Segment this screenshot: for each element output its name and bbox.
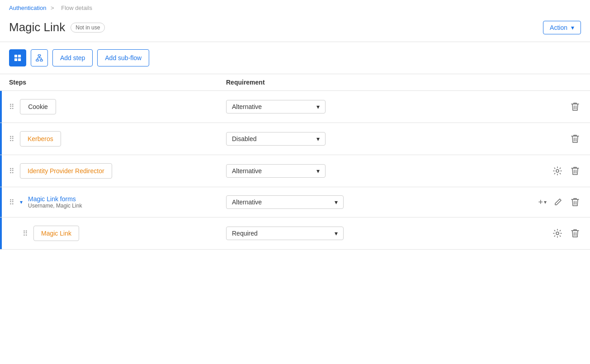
req-value: Required bbox=[232, 230, 258, 237]
req-dropdown-icon: ▾ bbox=[316, 103, 320, 110]
svg-point-20 bbox=[556, 232, 559, 235]
trash-icon bbox=[571, 198, 579, 207]
step-cell: ⠿ Identity Provider Redirector bbox=[9, 163, 226, 179]
settings-button[interactable] bbox=[551, 165, 564, 177]
req-dropdown-icon: ▾ bbox=[335, 199, 338, 206]
req-value: Alternative bbox=[232, 103, 262, 110]
diagram-view-button[interactable] bbox=[31, 49, 48, 66]
col-action bbox=[491, 79, 581, 86]
settings-button[interactable] bbox=[551, 227, 564, 240]
table-row: ⠿ Identity Provider Redirector Alternati… bbox=[0, 155, 590, 187]
step-cell: ⠿ Cookie bbox=[9, 99, 226, 114]
status-badge: Not in use bbox=[71, 23, 105, 33]
svg-rect-6 bbox=[40, 60, 42, 61]
drag-handle[interactable]: ⠿ bbox=[9, 167, 14, 175]
requirement-select-cookie[interactable]: Alternative ▾ bbox=[226, 100, 326, 113]
diagram-view-icon bbox=[36, 54, 43, 62]
drag-handle[interactable]: ⠿ bbox=[9, 103, 14, 111]
requirement-select-magic-link-forms[interactable]: Alternative ▾ bbox=[226, 195, 344, 209]
req-cell: Alternative ▾ bbox=[226, 195, 491, 209]
step-cell: ⠿ Magic Link bbox=[9, 226, 226, 241]
action-dropdown-icon: ▾ bbox=[571, 24, 574, 31]
trash-icon bbox=[571, 166, 579, 175]
pencil-icon bbox=[554, 198, 562, 206]
page-header: Magic Link Not in use Action ▾ bbox=[0, 16, 590, 42]
step-box-kerberos: Kerberos bbox=[20, 131, 61, 147]
expand-icon[interactable]: ▾ bbox=[20, 199, 23, 205]
delete-button[interactable] bbox=[569, 132, 581, 145]
table-row: ⠿ Magic Link Required ▾ bbox=[0, 217, 590, 250]
requirement-select-magic-link[interactable]: Required ▾ bbox=[226, 227, 344, 240]
drag-handle[interactable]: ⠿ bbox=[23, 229, 28, 238]
add-dropdown[interactable]: + ▾ bbox=[538, 198, 547, 207]
page-title: Magic Link bbox=[9, 20, 65, 34]
add-step-button[interactable]: Add step bbox=[52, 49, 93, 66]
add-subflow-button[interactable]: Add sub-flow bbox=[97, 49, 149, 66]
gear-icon bbox=[553, 229, 562, 238]
step-box-cookie: Cookie bbox=[20, 99, 56, 114]
sub-flow-label: Magic Link forms Username, Magic Link bbox=[28, 195, 82, 209]
action-cell bbox=[491, 227, 581, 240]
req-dropdown-icon: ▾ bbox=[316, 167, 320, 175]
delete-button[interactable] bbox=[569, 227, 581, 240]
action-cell bbox=[491, 132, 581, 145]
drag-handle[interactable]: ⠿ bbox=[9, 135, 14, 143]
req-value: Alternative bbox=[232, 167, 262, 175]
header-left: Magic Link Not in use bbox=[9, 20, 105, 34]
trash-icon bbox=[571, 102, 579, 111]
table-view-button[interactable] bbox=[9, 49, 26, 66]
action-button-label: Action bbox=[550, 24, 567, 31]
table-row: ⠿ Cookie Alternative ▾ bbox=[0, 91, 590, 123]
breadcrumb-separator: > bbox=[51, 5, 54, 11]
req-dropdown-icon: ▾ bbox=[335, 230, 338, 237]
svg-rect-4 bbox=[38, 55, 40, 57]
col-steps: Steps bbox=[9, 79, 226, 86]
step-cell: ⠿ Kerberos bbox=[9, 131, 226, 147]
add-icon: + bbox=[538, 198, 543, 207]
edit-button[interactable] bbox=[552, 196, 564, 208]
breadcrumb-current: Flow details bbox=[61, 5, 92, 11]
toolbar: Add step Add sub-flow bbox=[0, 42, 590, 74]
sub-flow-name: Magic Link forms bbox=[28, 195, 82, 203]
table-view-icon bbox=[14, 54, 21, 62]
flow-table-header: Steps Requirement bbox=[0, 74, 590, 91]
svg-rect-5 bbox=[36, 60, 38, 61]
delete-button[interactable] bbox=[569, 100, 581, 113]
add-dropdown-caret: ▾ bbox=[544, 199, 547, 205]
svg-rect-3 bbox=[18, 58, 21, 61]
step-box-magic-link: Magic Link bbox=[33, 226, 79, 241]
req-cell: Alternative ▾ bbox=[226, 100, 491, 113]
requirement-select-kerberos[interactable]: Disabled ▾ bbox=[226, 132, 326, 146]
breadcrumb-parent[interactable]: Authentication bbox=[9, 5, 46, 11]
req-cell: Disabled ▾ bbox=[226, 132, 491, 146]
step-cell: ⠿ ▾ Magic Link forms Username, Magic Lin… bbox=[9, 195, 226, 209]
action-button[interactable]: Action ▾ bbox=[543, 21, 581, 34]
delete-button[interactable] bbox=[569, 165, 581, 177]
action-cell bbox=[491, 165, 581, 177]
breadcrumb: Authentication > Flow details bbox=[0, 0, 590, 16]
table-row: ⠿ ▾ Magic Link forms Username, Magic Lin… bbox=[0, 187, 590, 217]
trash-icon bbox=[571, 134, 579, 143]
svg-rect-1 bbox=[18, 55, 21, 57]
drag-handle[interactable]: ⠿ bbox=[9, 198, 14, 207]
table-row: ⠿ Kerberos Disabled ▾ bbox=[0, 123, 590, 155]
step-box-idp: Identity Provider Redirector bbox=[20, 163, 112, 179]
req-value: Alternative bbox=[232, 199, 262, 206]
trash-icon bbox=[571, 229, 579, 238]
req-dropdown-icon: ▾ bbox=[316, 135, 320, 142]
requirement-select-idp[interactable]: Alternative ▾ bbox=[226, 164, 326, 178]
action-cell bbox=[491, 100, 581, 113]
delete-button[interactable] bbox=[569, 196, 581, 208]
action-cell: + ▾ bbox=[491, 196, 581, 208]
col-requirement: Requirement bbox=[226, 79, 491, 86]
req-value: Disabled bbox=[232, 135, 256, 142]
flow-table: Steps Requirement ⠿ Cookie Alternative ▾ bbox=[0, 74, 590, 250]
sub-flow-desc: Username, Magic Link bbox=[28, 203, 82, 209]
svg-point-15 bbox=[556, 170, 559, 172]
svg-rect-0 bbox=[14, 55, 17, 57]
svg-rect-2 bbox=[14, 58, 17, 61]
req-cell: Required ▾ bbox=[226, 227, 491, 240]
req-cell: Alternative ▾ bbox=[226, 164, 491, 178]
gear-icon bbox=[553, 166, 562, 175]
